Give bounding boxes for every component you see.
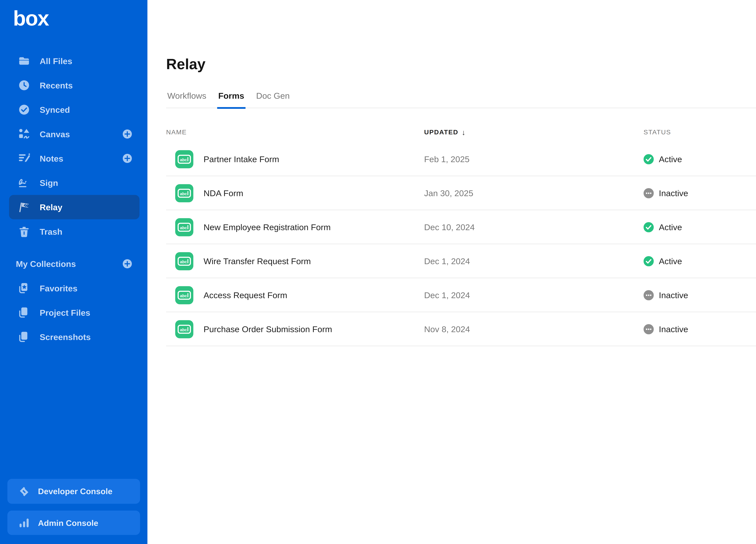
column-header-name[interactable]: NAME xyxy=(166,129,424,135)
column-header-status[interactable]: STATUS xyxy=(644,129,671,135)
form-name: Access Request Form xyxy=(204,290,287,300)
form-name: NDA Form xyxy=(204,188,243,198)
sidebar-item-screenshots[interactable]: Screenshots xyxy=(9,325,140,349)
table-row[interactable]: abc Purchase Order Submission Form Nov 8… xyxy=(166,312,756,346)
dev-console-icon xyxy=(18,485,30,497)
form-name: Wire Transfer Request Form xyxy=(204,256,311,266)
updated-date: Feb 1, 2025 xyxy=(424,154,644,164)
page-title: Relay xyxy=(166,56,205,73)
sidebar-item-trash[interactable]: Trash xyxy=(9,219,140,244)
canvas-icon xyxy=(18,128,30,140)
name-cell: abc New Employee Registration Form xyxy=(166,218,424,236)
name-cell: abc Purchase Order Submission Form xyxy=(166,320,424,338)
name-cell: abc Partner Intake Form xyxy=(166,150,424,168)
sidebar-item-label: Notes xyxy=(40,154,63,163)
status-cell: Inactive xyxy=(644,324,688,334)
status-icon xyxy=(644,222,654,232)
sidebar-item-relay[interactable]: Relay xyxy=(9,195,140,219)
sidebar-item-label: Screenshots xyxy=(40,332,91,342)
add-collection-icon[interactable] xyxy=(122,259,132,269)
box-logo[interactable]: box xyxy=(13,8,49,29)
sidebar-item-canvas[interactable]: Canvas xyxy=(9,122,140,146)
sidebar-item-favorites[interactable]: Favorites xyxy=(9,276,140,300)
favorites-card-icon xyxy=(18,282,30,294)
collection-card-icon xyxy=(18,331,30,343)
clock-icon xyxy=(18,79,30,91)
sort-desc-icon: ↓ xyxy=(462,128,466,136)
admin-console-label: Admin Console xyxy=(38,518,98,527)
sidebar-item-label: Sign xyxy=(40,178,58,188)
svg-text:abc: abc xyxy=(180,259,187,264)
sidebar: box All Files Recents Synced xyxy=(0,0,147,544)
admin-console-button[interactable]: Admin Console xyxy=(7,511,140,535)
sidebar-item-all-files[interactable]: All Files xyxy=(9,49,140,73)
svg-text:abc: abc xyxy=(180,157,187,162)
status-icon xyxy=(644,154,654,164)
updated-date: Dec 1, 2024 xyxy=(424,256,644,266)
table-row[interactable]: abc New Employee Registration Form Dec 1… xyxy=(166,210,756,244)
form-file-icon: abc xyxy=(175,218,193,236)
sidebar-item-label: All Files xyxy=(40,56,72,66)
name-cell: abc Access Request Form xyxy=(166,286,424,304)
status-cell: Inactive xyxy=(644,188,688,198)
status-cell: Inactive xyxy=(644,290,688,300)
add-canvas-icon[interactable] xyxy=(122,129,132,139)
status-icon xyxy=(644,290,654,300)
sidebar-item-label: Canvas xyxy=(40,129,70,139)
status-icon xyxy=(644,324,654,334)
sidebar-item-label: Favorites xyxy=(40,283,78,293)
sidebar-item-project-files[interactable]: Project Files xyxy=(9,300,140,325)
status-icon xyxy=(644,188,654,198)
sidebar-item-notes[interactable]: Notes xyxy=(9,146,140,171)
status-label: Active xyxy=(659,222,682,232)
status-icon xyxy=(644,256,654,266)
updated-date: Jan 30, 2025 xyxy=(424,188,644,198)
name-cell: abc NDA Form xyxy=(166,184,424,202)
status-label: Inactive xyxy=(659,188,688,198)
form-file-icon: abc xyxy=(175,150,193,168)
name-cell: abc Wire Transfer Request Form xyxy=(166,252,424,270)
sidebar-nav: All Files Recents Synced Canvas xyxy=(0,49,147,244)
updated-date: Nov 8, 2024 xyxy=(424,324,644,334)
developer-console-label: Developer Console xyxy=(38,487,112,496)
table-row[interactable]: abc NDA Form Jan 30, 2025 Inactive xyxy=(166,176,756,210)
table-body: abc Partner Intake Form Feb 1, 2025 Acti… xyxy=(166,142,756,346)
developer-console-button[interactable]: Developer Console xyxy=(7,479,140,504)
main-content: Relay New + Workflows Forms Doc Gen NAME… xyxy=(147,0,756,544)
tab-doc-gen[interactable]: Doc Gen xyxy=(255,91,291,108)
svg-text:abc: abc xyxy=(180,191,187,196)
status-cell: Active xyxy=(644,154,682,164)
status-label: Active xyxy=(659,256,682,266)
forms-table: NAME UPDATED ↓ STATUS abc Partner Intake… xyxy=(166,125,756,346)
sidebar-item-recents[interactable]: Recents xyxy=(9,73,140,98)
sidebar-item-synced[interactable]: Synced xyxy=(9,98,140,122)
svg-text:abc: abc xyxy=(180,293,187,298)
collections-list: Favorites Project Files Screenshots xyxy=(0,276,147,349)
tab-workflows[interactable]: Workflows xyxy=(166,91,207,108)
tab-forms[interactable]: Forms xyxy=(217,91,245,109)
updated-date: Dec 10, 2024 xyxy=(424,222,644,232)
form-file-icon: abc xyxy=(175,184,193,202)
svg-text:abc: abc xyxy=(180,327,187,332)
status-label: Inactive xyxy=(659,290,688,300)
table-row[interactable]: abc Partner Intake Form Feb 1, 2025 Acti… xyxy=(166,142,756,176)
my-collections-label: My Collections xyxy=(16,259,76,269)
relay-flag-icon xyxy=(18,201,30,213)
collection-card-icon xyxy=(18,306,30,318)
table-row[interactable]: abc Access Request Form Dec 1, 2024 Inac… xyxy=(166,278,756,312)
status-cell: Active xyxy=(644,222,682,232)
column-header-updated[interactable]: UPDATED ↓ xyxy=(424,128,644,136)
tab-bar: Workflows Forms Doc Gen xyxy=(166,91,756,108)
bar-chart-icon xyxy=(18,517,30,529)
notes-icon xyxy=(18,153,30,165)
add-notes-icon[interactable] xyxy=(122,154,132,163)
sidebar-item-label: Trash xyxy=(40,227,62,236)
svg-text:abc: abc xyxy=(180,225,187,230)
status-cell: Active xyxy=(644,256,682,266)
updated-date: Dec 1, 2024 xyxy=(424,290,644,300)
sidebar-item-sign[interactable]: Sign xyxy=(9,171,140,195)
table-row[interactable]: abc Wire Transfer Request Form Dec 1, 20… xyxy=(166,244,756,278)
form-file-icon: abc xyxy=(175,252,193,270)
trash-icon xyxy=(18,226,30,238)
form-name: Partner Intake Form xyxy=(204,154,279,164)
